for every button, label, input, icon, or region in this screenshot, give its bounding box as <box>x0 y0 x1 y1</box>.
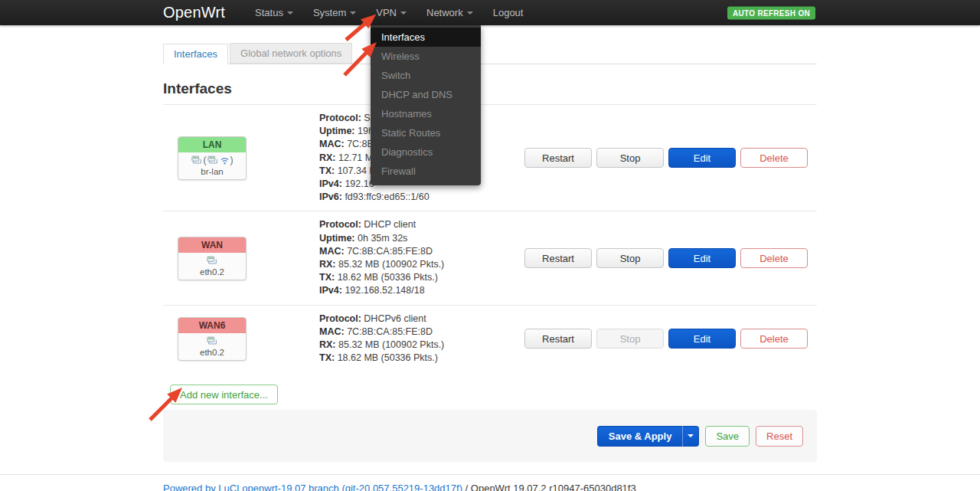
detail-value: 18.62 MB (50336 Pkts.) <box>338 272 438 283</box>
detail-line: TX: 18.62 MB (50336 Pkts.) <box>319 352 524 365</box>
save-apply-split-button: Save & Apply <box>597 426 700 447</box>
interface-badge-lan: LAN <box>178 137 246 152</box>
detail-line: RX: 85.32 MB (100902 Pkts.) <box>319 258 524 271</box>
menu-item-wireless[interactable]: Wireless <box>371 47 481 66</box>
detail-value: 12.71 M <box>338 152 373 163</box>
detail-label: MAC: <box>319 326 345 337</box>
menu-item-diagnostics[interactable]: Diagnostics <box>371 142 481 162</box>
detail-value: 7C:8B:CA:85:FE:8D <box>347 246 433 257</box>
interface-badge-wan: WAN <box>178 237 246 253</box>
interface-row-wan: WAN eth0.2 Protocol: DHCP client Uptime:… <box>163 211 817 305</box>
interface-actions: Restart Stop Edit Delete <box>524 148 817 168</box>
interface-card-wan6: WAN6 eth0.2 <box>178 317 247 361</box>
edit-button[interactable]: Edit <box>668 148 736 168</box>
detail-label: RX: <box>319 339 336 350</box>
detail-label: IPv6: <box>319 191 342 202</box>
edit-button[interactable]: Edit <box>668 329 736 349</box>
action-panel: Save & Apply Save Reset <box>163 410 817 462</box>
nav-item-network[interactable]: Network <box>416 0 483 25</box>
bridge-close-paren: ) <box>230 155 234 165</box>
nav-item-logout[interactable]: Logout <box>483 0 534 25</box>
stop-button[interactable]: Stop <box>596 329 664 349</box>
detail-line: MAC: 7C:8B:CA:85:FE:8D <box>319 245 524 258</box>
chevron-down-icon <box>688 434 694 437</box>
detail-label: RX: <box>319 259 336 270</box>
restart-button[interactable]: Restart <box>524 329 592 349</box>
ethernet-port-icon <box>207 256 218 265</box>
interface-badge-wan6: WAN6 <box>178 318 246 333</box>
interface-actions: Restart Stop Edit Delete <box>524 329 817 349</box>
delete-button[interactable]: Delete <box>740 148 808 168</box>
ethernet-port-icon <box>191 155 203 165</box>
detail-value: 85.32 MB (100902 Pkts.) <box>338 259 444 270</box>
stop-button[interactable]: Stop <box>596 148 664 168</box>
interface-row-lan: LAN ( ) br-lan Protocol: St Uptime: 19h … <box>163 105 817 211</box>
restart-button[interactable]: Restart <box>524 148 592 168</box>
menu-item-interfaces[interactable]: Interfaces <box>371 28 481 47</box>
delete-button[interactable]: Delete <box>740 248 808 268</box>
detail-line: MAC: 7C:8B:CA:85:FE:8D <box>319 326 524 339</box>
detail-line: IPv4: 192.168.52.148/18 <box>319 284 524 297</box>
interface-card-wan: WAN eth0.2 <box>178 237 247 280</box>
menu-item-static-routes[interactable]: Static Routes <box>371 123 481 142</box>
detail-label: RX: <box>319 152 336 163</box>
interface-device: br-lan <box>180 167 244 176</box>
tab-global-network-options[interactable]: Global network options <box>230 43 352 64</box>
auto-refresh-badge[interactable]: AUTO REFRESH ON <box>727 6 815 19</box>
detail-value: 18.62 MB (50336 Pkts.) <box>338 352 438 363</box>
save-button[interactable]: Save <box>705 426 750 447</box>
bridge-open-paren: ( <box>204 155 207 165</box>
network-dropdown-menu: Interfaces Wireless Switch DHCP and DNS … <box>371 25 481 185</box>
menu-item-hostnames[interactable]: Hostnames <box>371 104 481 123</box>
detail-line: Protocol: DHCPv6 client <box>319 313 524 326</box>
footer: Powered by LuCI openwrt-19.07 branch (gi… <box>0 474 980 491</box>
chevron-down-icon <box>287 11 293 15</box>
interface-icons <box>180 336 244 347</box>
detail-line: IPv6: fd93:ffc9:ed65::1/60 <box>319 191 524 204</box>
detail-label: Protocol: <box>319 219 361 230</box>
nav-item-system[interactable]: System <box>303 0 366 25</box>
detail-value: 192.168.52.148/18 <box>345 285 424 296</box>
tab-bar: Interfaces Global network options <box>163 43 817 64</box>
save-apply-dropdown-toggle[interactable] <box>682 426 699 447</box>
detail-value: 0h 35m 32s <box>358 233 407 244</box>
detail-value: 85.32 MB (100902 Pkts.) <box>338 339 444 350</box>
detail-label: TX: <box>319 272 335 283</box>
detail-label: Uptime: <box>319 233 355 244</box>
menu-item-firewall[interactable]: Firewall <box>371 162 481 181</box>
interface-card-lan: LAN ( ) br-lan <box>178 136 247 180</box>
interface-icons <box>180 255 244 267</box>
edit-button[interactable]: Edit <box>668 248 736 268</box>
luci-footer-link[interactable]: Powered by LuCI openwrt-19.07 branch (gi… <box>163 483 462 491</box>
detail-label: Uptime: <box>319 126 355 136</box>
nav-item-status[interactable]: Status <box>245 0 303 25</box>
chevron-down-icon <box>400 11 407 15</box>
interface-device: eth0.2 <box>180 267 244 277</box>
reset-button[interactable]: Reset <box>756 426 803 447</box>
add-new-interface-button[interactable]: Add new interface... <box>170 385 278 404</box>
detail-value: DHCP client <box>364 219 416 230</box>
detail-label: MAC: <box>319 246 345 257</box>
interface-details: Protocol: DHCPv6 client MAC: 7C:8B:CA:85… <box>319 313 524 365</box>
footer-version-text: / OpenWrt 19.07.2 r10947-65030d81f3 <box>462 483 636 491</box>
delete-button[interactable]: Delete <box>740 329 808 349</box>
detail-label: MAC: <box>319 139 345 149</box>
menu-item-switch[interactable]: Switch <box>371 66 481 85</box>
detail-label: Protocol: <box>319 313 361 324</box>
top-navbar: OpenWrt Status System VPN Network Logout… <box>0 0 980 25</box>
stop-button[interactable]: Stop <box>596 248 664 268</box>
interface-row-wan6: WAN6 eth0.2 Protocol: DHCPv6 client MAC:… <box>163 306 817 372</box>
detail-line: TX: 18.62 MB (50336 Pkts.) <box>319 271 524 284</box>
detail-label: IPv4: <box>319 178 342 189</box>
tab-interfaces[interactable]: Interfaces <box>163 44 228 64</box>
save-apply-button[interactable]: Save & Apply <box>597 426 683 447</box>
chevron-down-icon <box>467 11 473 15</box>
restart-button[interactable]: Restart <box>524 248 592 268</box>
menu-item-dhcp-dns[interactable]: DHCP and DNS <box>371 85 481 104</box>
nav-item-vpn[interactable]: VPN <box>366 0 416 25</box>
openwrt-logo: OpenWrt <box>163 4 225 21</box>
interface-actions: Restart Stop Edit Delete <box>524 248 817 268</box>
wifi-icon <box>220 156 230 165</box>
detail-line: Protocol: DHCP client <box>319 218 524 231</box>
interface-details: Protocol: DHCP client Uptime: 0h 35m 32s… <box>319 218 524 297</box>
